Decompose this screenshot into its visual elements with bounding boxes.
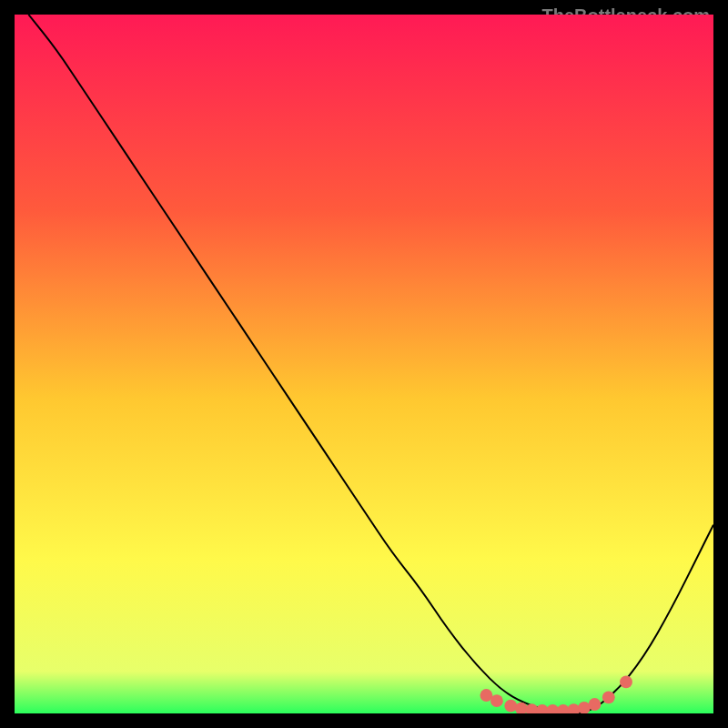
marker-dot <box>490 694 503 707</box>
marker-dot <box>602 691 615 703</box>
chart-background <box>15 15 713 713</box>
marker-dot <box>589 698 602 711</box>
chart-svg <box>15 15 713 713</box>
marker-dot <box>620 676 632 689</box>
